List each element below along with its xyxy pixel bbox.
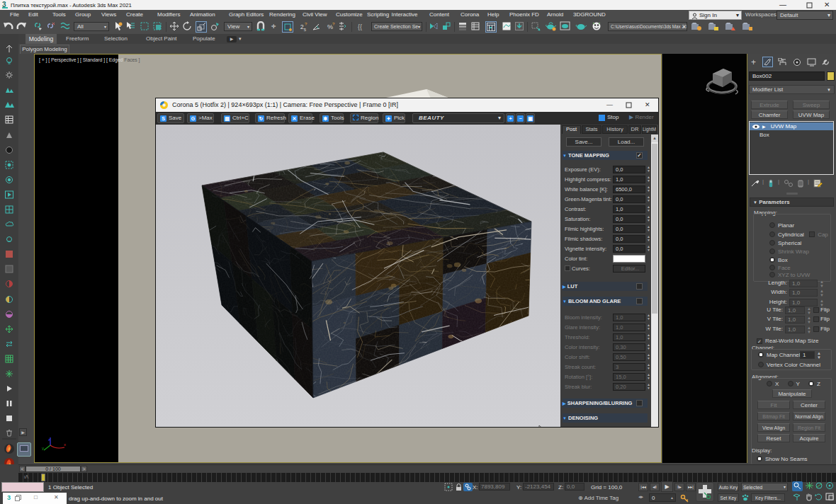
svg-text:y: y	[42, 446, 44, 450]
svg-text:z: z	[48, 437, 50, 442]
svg-text:x: x	[64, 442, 66, 447]
